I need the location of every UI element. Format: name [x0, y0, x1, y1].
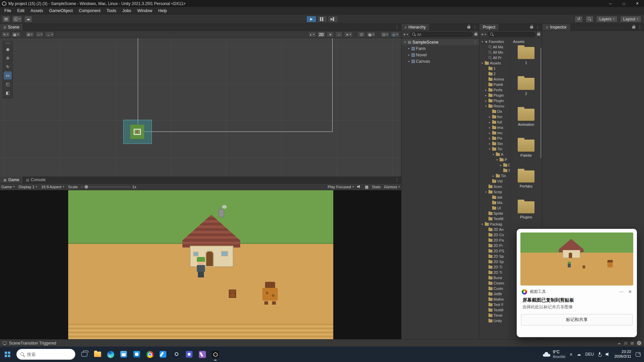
- file-explorer-icon[interactable]: [93, 350, 101, 358]
- project-tree-item[interactable]: Scen: [479, 184, 510, 189]
- services-icon[interactable]: ▤: [2, 16, 10, 22]
- task-view-button[interactable]: [80, 350, 88, 358]
- lock-icon[interactable]: [530, 26, 533, 29]
- hierarchy-search-input[interactable]: All: [410, 32, 473, 37]
- project-tree-item[interactable]: Test F: [479, 302, 510, 307]
- play-button[interactable]: ▶: [306, 16, 316, 22]
- expand-arrow[interactable]: [484, 94, 487, 97]
- project-tree-item[interactable]: Sto: [479, 141, 510, 146]
- add-gameobject-button[interactable]: +▾: [403, 32, 408, 37]
- snip-notification-toast[interactable]: 截图工具 ⋯ ✕ 屏幕截图已复制到剪贴板 选择此处以标记并共享图像 标记和共享: [517, 229, 637, 337]
- mark-and-share-button[interactable]: 标记和共享: [521, 314, 633, 325]
- weather-widget[interactable]: 9°C Bewölkt: [543, 350, 565, 359]
- account-dropdown[interactable]: C▾: [12, 16, 22, 22]
- project-tree-item[interactable]: Tin: [479, 173, 510, 178]
- project-tree-item[interactable]: 2D Ti: [479, 270, 510, 275]
- rect-tool-button[interactable]: ▭: [4, 71, 12, 80]
- menu-item[interactable]: Help: [155, 7, 170, 14]
- pause-button[interactable]: ▌▌: [317, 16, 327, 22]
- expand-arrow[interactable]: [488, 132, 491, 135]
- menu-item[interactable]: Tools: [103, 7, 119, 14]
- taskbar-search[interactable]: [16, 349, 75, 360]
- play-focused-dropdown[interactable]: Play Focused▾: [328, 185, 354, 189]
- scene-root-row[interactable]: ▤ SampleScene ⋮: [401, 39, 479, 45]
- project-tree-item[interactable]: S: [479, 168, 510, 173]
- project-tree-item[interactable]: Vid: [479, 178, 510, 184]
- project-tree-item[interactable]: ima: [479, 125, 510, 130]
- project-tree-item[interactable]: Plugin: [479, 93, 510, 98]
- panel-menu-icon[interactable]: ⋮: [395, 25, 399, 30]
- project-tree-item[interactable]: Packag: [479, 221, 510, 227]
- expand-arrow[interactable]: [492, 174, 495, 177]
- stats-toggle[interactable]: Stats: [372, 185, 381, 189]
- project-tree-item[interactable]: Timel: [479, 313, 510, 318]
- measure-dropdown[interactable]: ↔▾: [45, 32, 54, 37]
- project-tree-item[interactable]: A: [479, 152, 510, 157]
- tab-console[interactable]: ▤Console: [23, 176, 49, 183]
- expand-arrow[interactable]: [488, 121, 491, 124]
- expand-arrow[interactable]: [488, 126, 491, 129]
- asset-folder[interactable]: Plugins: [510, 199, 542, 230]
- menu-item[interactable]: Component: [76, 7, 103, 14]
- project-tree-item[interactable]: Tin: [479, 146, 510, 152]
- mail-icon[interactable]: [133, 350, 141, 358]
- project-tree-item[interactable]: Burst: [479, 275, 510, 280]
- scale-tool-button[interactable]: ◰: [4, 80, 12, 88]
- project-tree-item[interactable]: 1: [479, 66, 510, 71]
- teams-icon[interactable]: [185, 350, 193, 358]
- layout-dropdown[interactable]: Layout▾: [620, 16, 641, 22]
- menu-item[interactable]: File: [1, 7, 14, 14]
- expand-arrow[interactable]: [407, 60, 411, 63]
- expand-arrow[interactable]: [481, 62, 484, 65]
- step-button[interactable]: ▶▌: [328, 16, 338, 22]
- hierarchy-item[interactable]: Novel: [401, 52, 479, 58]
- tilemap-edit-dropdown[interactable]: ✎▾: [1, 32, 10, 37]
- project-tree-item[interactable]: Ma: [479, 200, 510, 205]
- services-status-icon[interactable]: ▤: [624, 341, 627, 345]
- project-tree-item[interactable]: 2D Ti: [479, 264, 510, 270]
- project-tree-item[interactable]: All Mo: [479, 50, 510, 55]
- expand-arrow[interactable]: [499, 164, 502, 167]
- scene-lighting-toggle[interactable]: ☀: [327, 32, 334, 37]
- camera-settings-dropdown[interactable]: ⊡▾: [381, 32, 389, 37]
- project-tree-item[interactable]: Favorites: [479, 39, 510, 44]
- cloud-icon[interactable]: ☁: [24, 16, 32, 22]
- edge-icon[interactable]: [106, 350, 115, 358]
- project-tree-item[interactable]: D: [479, 162, 510, 168]
- lock-icon[interactable]: [467, 26, 470, 29]
- toolstrip-grip[interactable]: [5, 42, 10, 44]
- minimize-button[interactable]: ─: [604, 0, 617, 7]
- project-tree-item[interactable]: Plugin: [479, 98, 510, 103]
- project-tree-item[interactable]: 2D An: [479, 227, 510, 232]
- project-tree-item[interactable]: UI: [479, 205, 510, 211]
- close-button[interactable]: ✕: [631, 0, 644, 7]
- vsync-frame-icon[interactable]: ▦: [365, 185, 369, 189]
- expand-arrow[interactable]: [492, 153, 495, 156]
- panel-menu-icon[interactable]: ⋮: [536, 25, 540, 30]
- expand-arrow[interactable]: [496, 158, 499, 161]
- microsoft-store-icon[interactable]: [120, 350, 128, 358]
- expand-arrow[interactable]: [484, 105, 487, 108]
- notification-center-icon[interactable]: [636, 352, 641, 357]
- project-tree-item[interactable]: TextM: [479, 216, 510, 221]
- unity-app-icon[interactable]: [211, 350, 219, 358]
- expand-arrow[interactable]: [488, 148, 491, 151]
- tab-project[interactable]: Project: [479, 24, 499, 31]
- vscode-icon[interactable]: [159, 350, 167, 358]
- hierarchy-item[interactable]: Farm: [401, 45, 479, 52]
- tab-scene[interactable]: ⊞Scene: [0, 24, 23, 31]
- menu-item[interactable]: Window: [134, 7, 155, 14]
- asset-folder[interactable]: 1: [510, 45, 542, 76]
- project-tree-item[interactable]: Da: [479, 109, 510, 114]
- expand-arrow[interactable]: [481, 40, 484, 43]
- effects-dropdown[interactable]: ✶▾: [344, 32, 353, 37]
- tab-inspector[interactable]: ⊙Inspector: [542, 24, 570, 31]
- asset-folder[interactable]: 2: [510, 76, 542, 107]
- tab-game[interactable]: ▣Game: [0, 176, 23, 183]
- project-tree-item[interactable]: full: [479, 119, 510, 125]
- project-tree-item[interactable]: Palett: [479, 82, 510, 87]
- project-tree-item[interactable]: Unity: [479, 318, 510, 323]
- project-tree-item[interactable]: All Pr: [479, 55, 510, 60]
- search-icon[interactable]: [586, 16, 594, 22]
- language-indicator[interactable]: DEU: [585, 352, 594, 357]
